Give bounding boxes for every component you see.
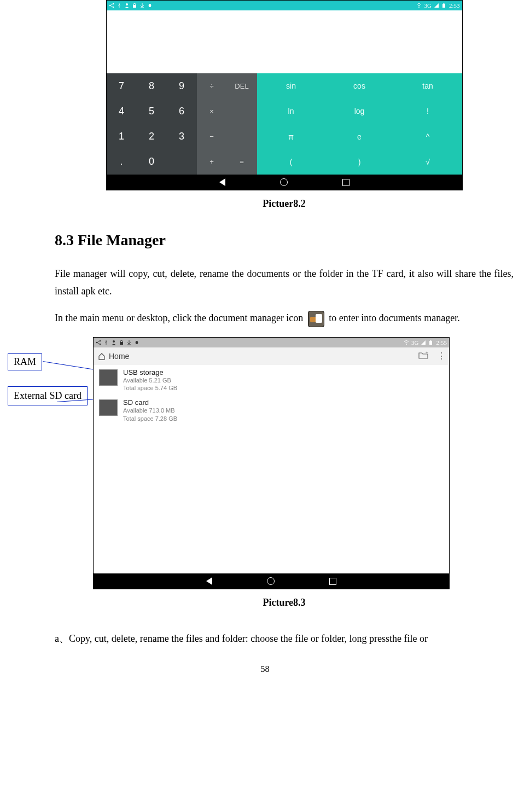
usb-icon	[117, 3, 122, 8]
svg-rect-20	[429, 341, 432, 345]
svg-rect-6	[133, 5, 136, 8]
recent-icon[interactable]	[329, 578, 336, 585]
fm-empty-area	[94, 426, 449, 573]
key-e[interactable]: e	[325, 124, 394, 149]
key-log[interactable]: log	[325, 98, 394, 124]
overflow-menu-icon[interactable]: ⋮	[437, 351, 445, 361]
svg-rect-21	[430, 340, 432, 341]
key-sqrt[interactable]: √	[394, 149, 462, 175]
key-cos[interactable]: cos	[325, 73, 394, 98]
fm-network-label: 3G	[411, 339, 418, 346]
key-7[interactable]: 7	[107, 73, 137, 98]
key-fact[interactable]: !	[394, 98, 462, 124]
svg-line-15	[97, 343, 100, 344]
wifi-icon	[404, 340, 409, 345]
fm-status-bar: 3G 2:55	[94, 338, 449, 347]
svg-point-5	[126, 3, 128, 5]
fm-title: Home	[109, 352, 129, 361]
calculator-caption: Pictuer8.2	[55, 198, 514, 210]
home-icon[interactable]	[280, 178, 288, 186]
lock-icon	[132, 3, 137, 8]
fm-item-usb[interactable]: USB storage Available 5.21 GB Total spac…	[94, 365, 449, 396]
svg-line-14	[97, 341, 100, 343]
key-lparen[interactable]: (	[257, 149, 325, 175]
key-equals[interactable]: =	[227, 149, 257, 175]
calculator-screenshot: 3G 2:53 7 8 9 4 5 6	[106, 0, 463, 190]
svg-point-16	[113, 340, 115, 343]
download-icon	[126, 340, 132, 345]
key-6[interactable]: 6	[167, 98, 197, 124]
share-icon	[109, 3, 114, 8]
key-plus[interactable]: +	[197, 149, 227, 175]
page-number: 58	[0, 664, 530, 674]
home-icon	[98, 352, 106, 360]
para2-post: to enter into documents manager.	[329, 312, 459, 323]
key-dot[interactable]: .	[107, 149, 137, 175]
trailing-paragraph: a、Copy, cut, delete, rename the files an…	[55, 630, 514, 648]
back-icon[interactable]	[219, 178, 225, 186]
key-4[interactable]: 4	[107, 98, 137, 124]
calculator-display	[107, 10, 462, 73]
key-op-empty1[interactable]	[227, 98, 257, 124]
key-1[interactable]: 1	[107, 124, 137, 149]
section-heading: 8.3 File Manager	[55, 231, 514, 249]
svg-text:+: +	[426, 351, 428, 355]
svg-rect-17	[120, 342, 123, 345]
item-line2: Total space 5.74 GB	[123, 384, 177, 392]
key-minus[interactable]: −	[197, 124, 227, 149]
svg-point-19	[406, 344, 407, 345]
network-label: 3G	[424, 2, 431, 9]
person-icon	[124, 3, 130, 8]
signal-icon	[434, 3, 439, 8]
key-del[interactable]: DEL	[227, 73, 257, 98]
item-title: USB storage	[123, 368, 177, 376]
paragraph-1: File manager will copy, cut, delete, ren…	[55, 265, 514, 300]
key-tan[interactable]: tan	[394, 73, 462, 98]
item-line1: Available 5.21 GB	[123, 376, 177, 384]
storage-thumb-icon	[99, 369, 118, 386]
clock: 2:53	[449, 2, 460, 9]
wifi-icon	[416, 3, 422, 8]
svg-line-3	[110, 4, 113, 5]
status-bar: 3G 2:53	[107, 1, 462, 10]
para2-pre: In the main menu or desktop, click the d…	[55, 312, 306, 323]
key-rparen[interactable]: )	[325, 149, 394, 175]
key-divide[interactable]: ÷	[197, 73, 227, 98]
bug-icon	[147, 3, 153, 8]
key-op-empty2[interactable]	[227, 124, 257, 149]
svg-point-8	[418, 7, 420, 8]
bug-icon	[134, 340, 139, 345]
key-9[interactable]: 9	[167, 73, 197, 98]
key-multiply[interactable]: ×	[197, 98, 227, 124]
key-pi[interactable]: π	[257, 124, 325, 149]
lock-icon	[119, 340, 124, 345]
battery-icon	[428, 340, 434, 345]
fm-item-sd[interactable]: SD card Available 713.0 MB Total space 7…	[94, 395, 449, 426]
fm-header: Home + ⋮	[94, 347, 449, 365]
item-line1: Available 713.0 MB	[123, 407, 177, 414]
back-icon[interactable]	[206, 577, 212, 585]
home-icon[interactable]	[267, 577, 275, 585]
key-2[interactable]: 2	[137, 124, 167, 149]
key-3[interactable]: 3	[167, 124, 197, 149]
key-ln[interactable]: ln	[257, 98, 325, 124]
svg-rect-10	[443, 3, 444, 4]
person-icon	[111, 340, 117, 345]
item-line2: Total space 7.28 GB	[123, 415, 177, 422]
file-manager-icon	[308, 311, 324, 327]
key-sin[interactable]: sin	[257, 73, 325, 98]
svg-rect-9	[442, 4, 445, 8]
key-5[interactable]: 5	[137, 98, 167, 124]
key-pow[interactable]: ^	[394, 124, 462, 149]
fm-list: USB storage Available 5.21 GB Total spac…	[94, 365, 449, 426]
add-folder-icon[interactable]: +	[418, 351, 428, 361]
key-8[interactable]: 8	[137, 73, 167, 98]
recent-icon[interactable]	[342, 179, 350, 186]
fm-clock: 2:55	[436, 339, 447, 346]
android-navbar	[94, 573, 449, 589]
key-0[interactable]: 0	[137, 149, 167, 175]
download-icon	[139, 3, 145, 8]
usb-icon	[103, 340, 109, 345]
signal-icon	[421, 340, 426, 345]
key-empty[interactable]	[167, 149, 197, 175]
